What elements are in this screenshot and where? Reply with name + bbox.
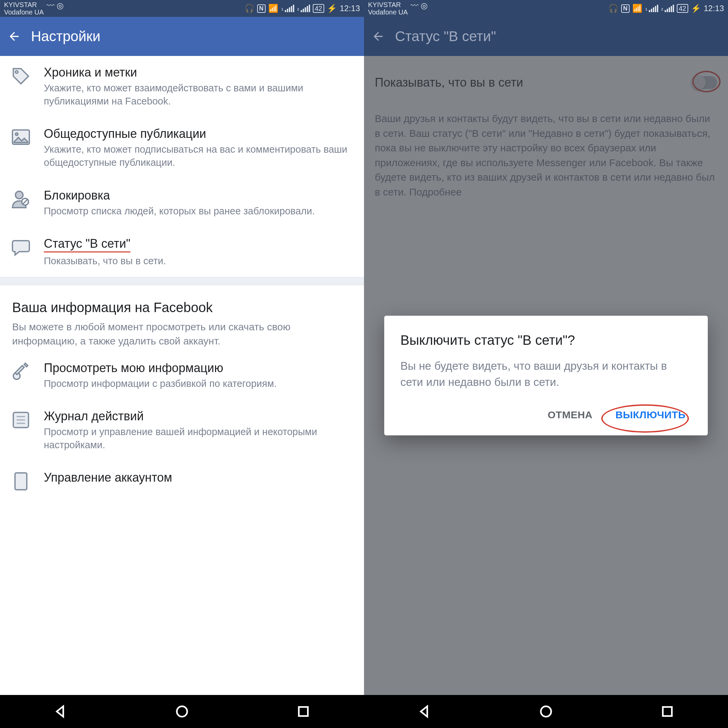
nav-recent-button[interactable] [659, 704, 675, 719]
ecg-icon: 〰 [46, 1, 55, 11]
page-title: Статус "В сети" [395, 28, 496, 44]
svg-point-14 [177, 707, 187, 717]
list-item-title: Блокировка [44, 188, 354, 203]
nav-back-button[interactable] [53, 704, 69, 719]
status-bar: KYIVSTAR Vodafone UA 〰 ◎ 🎧 N 📶 ₁ ₂ 42 ⚡ … [364, 0, 728, 17]
svg-point-16 [541, 707, 551, 717]
svg-rect-17 [663, 707, 672, 716]
section-header: Ваша информация на Facebook Вы можете в … [0, 285, 364, 352]
nfc-icon: N [621, 5, 630, 13]
chat-bubble-icon [10, 237, 32, 258]
settings-list: Хроника и метки Укажите, кто может взаим… [0, 56, 364, 277]
user-block-icon [10, 188, 32, 210]
list-item-title: Хроника и метки [44, 66, 354, 80]
list-item-sub: Укажите, кто может взаимодействовать с в… [44, 81, 354, 108]
battery-text: 42 [315, 5, 322, 12]
list-item-sub: Укажите, кто может подписываться на вас … [44, 143, 354, 169]
page-title: Настройки [31, 28, 101, 44]
nav-recent-button[interactable] [295, 704, 311, 719]
list-item-title: Просмотреть мою информацию [44, 361, 354, 375]
confirm-dialog: Выключить статус "В сети"? Вы не будете … [384, 316, 708, 436]
list-item-public-posts[interactable]: Общедоступные публикации Укажите, кто мо… [0, 117, 364, 179]
svg-rect-15 [299, 707, 308, 716]
signal-icon [285, 5, 294, 12]
nfc-icon: N [257, 5, 266, 13]
carrier-text: KYIVSTAR [368, 1, 408, 8]
svg-rect-7 [15, 366, 24, 375]
app-bar: Настройки [0, 17, 364, 56]
status-bar: KYIVSTAR Vodafone UA 〰 ◎ 🎧 N 📶 ₁ ₂ 42 ⚡ … [0, 0, 364, 17]
list-item-timeline[interactable]: Хроника и метки Укажите, кто может взаим… [0, 56, 364, 117]
wifi-icon: 📶 [268, 4, 278, 13]
dialog-title: Выключить статус "В сети"? [401, 333, 691, 348]
phone-left: KYIVSTAR Vodafone UA 〰 ◎ 🎧 N 📶 ₁ ₂ 42 ⚡ … [0, 0, 364, 728]
carrier-text: KYIVSTAR [4, 1, 44, 8]
charging-icon: ⚡ [691, 4, 701, 13]
nav-home-button[interactable] [174, 704, 190, 719]
svg-point-3 [15, 191, 23, 199]
online-status-page: Показывать, что вы в сети Ваши друзья и … [364, 56, 728, 695]
svg-rect-8 [24, 363, 28, 367]
back-button[interactable] [371, 29, 385, 44]
image-icon [10, 127, 32, 148]
list-item-sub: Показывать, что вы в сети. [44, 254, 354, 268]
battery-text: 42 [679, 5, 686, 12]
list-item-sub: Просмотр и управление вашей информацией … [44, 425, 354, 452]
list-item-sub: Просмотр информации с разбивкой по катег… [44, 377, 354, 390]
nav-back-button[interactable] [417, 704, 433, 719]
back-button[interactable] [7, 29, 21, 44]
list-item-title: Журнал действий [44, 409, 354, 423]
svg-point-2 [15, 133, 18, 136]
key-icon [10, 361, 32, 382]
phone-right: KYIVSTAR Vodafone UA 〰 ◎ 🎧 N 📶 ₁ ₂ 42 ⚡ … [364, 0, 728, 728]
cancel-button[interactable]: ОТМЕНА [544, 404, 596, 426]
system-nav-bar [364, 695, 728, 728]
headset-icon: 🎧 [244, 4, 254, 13]
svg-point-0 [15, 71, 18, 73]
ecg-icon: 〰 [410, 1, 419, 11]
list-item-view-info[interactable]: Просмотреть мою информацию Просмотр инфо… [0, 352, 364, 400]
confirm-label: ВЫКЛЮЧИТЬ [615, 409, 685, 420]
tag-icon [10, 66, 32, 87]
dialog-body: Вы не будете видеть, что ваши друзья и к… [401, 358, 691, 390]
list-item-title: Управление аккаунтом [44, 471, 354, 485]
signal-icon-2 [301, 5, 310, 12]
chrome-icon: ◎ [57, 1, 64, 11]
carrier-text-2: Vodafone UA [368, 8, 408, 16]
list-item-title: Общедоступные публикации [44, 127, 354, 141]
signal-icon-2 [665, 5, 674, 12]
list-item-account-mgmt[interactable]: Управление аккаунтом [0, 461, 364, 502]
clock-text: 12:13 [704, 4, 724, 13]
system-nav-bar [0, 695, 364, 728]
wifi-icon: 📶 [632, 4, 642, 13]
list-item-sub: Просмотр списка людей, которых вы ранее … [44, 205, 354, 218]
list-item-blocking[interactable]: Блокировка Просмотр списка людей, которы… [0, 179, 364, 227]
headset-icon: 🎧 [608, 4, 618, 13]
list-item-title: Статус "В сети" [44, 237, 130, 252]
charging-icon: ⚡ [327, 4, 337, 13]
confirm-button[interactable]: ВЫКЛЮЧИТЬ [612, 404, 689, 426]
section-sub: Вы можете в любой момент просмотреть или… [12, 320, 352, 348]
app-bar: Статус "В сети" [364, 17, 728, 56]
nav-home-button[interactable] [538, 704, 554, 719]
chrome-icon: ◎ [421, 1, 428, 11]
carrier-text-2: Vodafone UA [4, 8, 44, 16]
section-title: Ваша информация на Facebook [12, 300, 352, 315]
list-item-activity-log[interactable]: Журнал действий Просмотр и управление ва… [0, 400, 364, 461]
clock-text: 12:13 [340, 4, 360, 13]
svg-rect-13 [15, 473, 27, 490]
section-divider [0, 277, 364, 285]
document-icon [10, 471, 32, 492]
list-item-online-status[interactable]: Статус "В сети" Показывать, что вы в сет… [0, 227, 364, 277]
signal-icon [649, 5, 658, 12]
list-icon [10, 409, 32, 431]
